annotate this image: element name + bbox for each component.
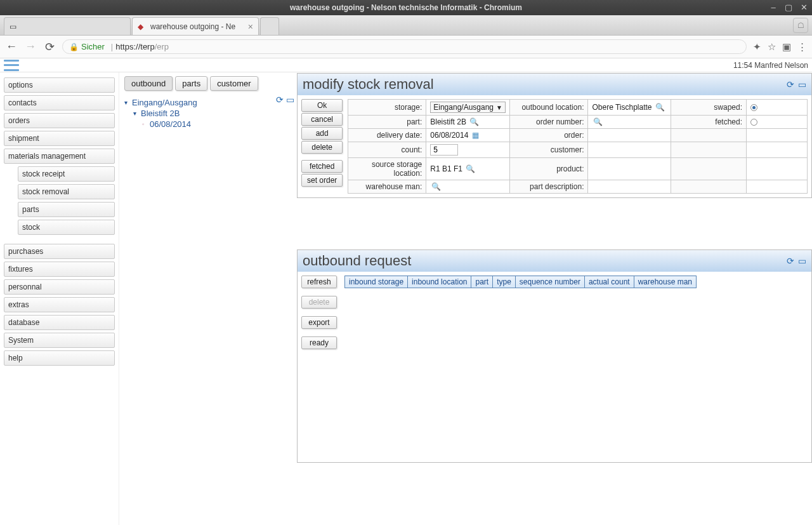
search-icon[interactable]: 🔍 xyxy=(655,103,665,112)
panel-icon[interactable]: ▭ xyxy=(286,95,294,105)
search-icon[interactable]: 🔍 xyxy=(469,117,479,126)
label-part: part: xyxy=(348,116,426,129)
refresh-icon[interactable]: ⟳ xyxy=(787,79,794,90)
panel-outbound-request: outbound request ⟳ ▭ refresh delete expo… xyxy=(297,249,812,463)
tree-node-date[interactable]: ▫06/08/2014 xyxy=(124,119,292,130)
sidebar-item-purchases[interactable]: purchases xyxy=(4,244,115,259)
sidebar-item-contacts[interactable]: contacts xyxy=(4,95,115,110)
delete-button[interactable]: delete xyxy=(301,141,343,154)
ok-button[interactable]: Ok xyxy=(301,99,343,112)
part-value: Bleistift 2B xyxy=(430,117,466,126)
sidebar-subitem-parts[interactable]: parts xyxy=(18,202,115,217)
sidebar-subitem-stock[interactable]: stock xyxy=(18,220,115,235)
col-warehouse-man[interactable]: warehouse man xyxy=(634,276,696,288)
search-icon[interactable]: 🔍 xyxy=(593,117,603,126)
window-close-button[interactable]: ✕ xyxy=(798,1,809,13)
tree-node-root[interactable]: ▾Eingang/Ausgang xyxy=(124,97,292,108)
sidebar-subitem-stock-removal[interactable]: stock removal xyxy=(18,184,115,199)
count-input[interactable] xyxy=(430,144,458,156)
export-button[interactable]: export xyxy=(301,316,337,329)
sidebar-item-system[interactable]: System xyxy=(4,333,115,348)
tab-close-icon[interactable]: × xyxy=(248,22,253,32)
sidebar-item-orders[interactable]: orders xyxy=(4,113,115,128)
sidebar-item-extras[interactable]: extras xyxy=(4,297,115,312)
forward-button[interactable]: → xyxy=(24,40,37,53)
address-bar[interactable]: 🔒 Sicher | https://terp/erp xyxy=(62,39,747,54)
panel-title: outbound request xyxy=(303,253,411,269)
tab-label: warehouse outgoing - Ne xyxy=(150,22,244,31)
tab-customer[interactable]: customer xyxy=(210,76,258,91)
col-inbound-location[interactable]: inbound location xyxy=(408,276,471,288)
sidebar-item-personnal[interactable]: personnal xyxy=(4,279,115,295)
browser-toolbar: ← → ⟳ 🔒 Sicher | https://terp/erp ✦ ☆ ▣ … xyxy=(0,36,812,58)
panel-title: modify stock removal xyxy=(303,76,434,93)
col-actual-count[interactable]: actual count xyxy=(584,276,634,288)
sidebar-item-fixtures[interactable]: fixtures xyxy=(4,262,115,277)
col-sequence-number[interactable]: sequence number xyxy=(515,276,584,288)
label-fetched: fetched: xyxy=(671,116,746,129)
tab-parts[interactable]: parts xyxy=(175,76,207,91)
ready-button[interactable]: ready xyxy=(301,336,337,349)
refresh-icon[interactable]: ⟳ xyxy=(276,95,284,105)
set-order-button[interactable]: set order xyxy=(301,174,343,187)
label-part-description: part description: xyxy=(509,180,588,194)
label-order: order: xyxy=(509,129,588,142)
storage-dropdown[interactable]: Eingang/Ausgang▼ xyxy=(430,102,506,113)
refresh-icon[interactable]: ⟳ xyxy=(787,256,794,266)
source-location-value: R1 B1 F1 xyxy=(430,164,462,173)
label-swaped: swaped: xyxy=(671,100,746,116)
delivery-date-value: 06/08/2014 xyxy=(430,131,468,140)
collapse-icon[interactable]: ▭ xyxy=(798,256,806,266)
label-outbound-location: outbound location: xyxy=(509,100,588,116)
sidebar-item-database[interactable]: database xyxy=(4,315,115,330)
center-column: outbound parts customer ⟳ ▭ ▾Eingang/Aus… xyxy=(119,72,297,525)
translate-icon[interactable]: ✦ xyxy=(753,41,761,53)
right-column: modify stock removal ⟳ ▭ Ok cancel add d… xyxy=(297,72,812,525)
swaped-radio[interactable] xyxy=(750,104,757,111)
outbound-location-value: Obere Tischplatte xyxy=(592,103,652,112)
fetched-radio[interactable] xyxy=(750,119,757,126)
immersive-icon[interactable]: ▣ xyxy=(782,41,791,53)
back-button[interactable]: ← xyxy=(5,40,18,53)
tree-view: ⟳ ▭ ▾Eingang/Ausgang ▾Bleistift 2B ▫06/0… xyxy=(119,91,297,130)
hamburger-menu-icon[interactable] xyxy=(4,60,19,71)
sidebar-item-shipment[interactable]: shipment xyxy=(4,131,115,146)
stock-removal-form: storage: Eingang/Ausgang▼ outbound locat… xyxy=(348,99,808,194)
col-type[interactable]: type xyxy=(493,276,516,288)
tree-node-part[interactable]: ▾Bleistift 2B xyxy=(124,108,292,119)
panel-header-outbound: outbound request ⟳ ▭ xyxy=(298,250,811,272)
app-topbar: 11:54 Manfred Nelson xyxy=(0,58,812,72)
label-order-number: order number: xyxy=(509,116,588,129)
collapse-icon[interactable]: ▭ xyxy=(798,79,806,90)
refresh-button[interactable]: refresh xyxy=(301,276,337,288)
sidebar: options contacts orders shipment materia… xyxy=(0,72,119,525)
search-icon[interactable]: 🔍 xyxy=(431,182,441,191)
add-button[interactable]: add xyxy=(301,127,343,140)
profile-button[interactable]: ☖ xyxy=(793,18,808,33)
window-minimize-button[interactable]: – xyxy=(768,1,779,13)
secure-label: Sicher xyxy=(81,42,105,51)
calendar-icon[interactable]: ▦ xyxy=(472,131,479,140)
browser-tab-active[interactable]: ◆ warehouse outgoing - Ne × xyxy=(132,17,259,35)
reload-button[interactable]: ⟳ xyxy=(43,40,56,54)
label-storage: storage: xyxy=(348,100,426,116)
window-maximize-button[interactable]: ▢ xyxy=(783,1,794,13)
cancel-button[interactable]: cancel xyxy=(301,113,343,126)
new-tab-button[interactable] xyxy=(260,17,279,35)
sidebar-item-help[interactable]: help xyxy=(4,350,115,366)
col-part[interactable]: part xyxy=(471,276,493,288)
panel-modify-stock-removal: modify stock removal ⟳ ▭ Ok cancel add d… xyxy=(297,73,812,198)
bookmark-icon[interactable]: ☆ xyxy=(768,41,776,53)
sidebar-item-options[interactable]: options xyxy=(4,77,115,93)
col-inbound-storage[interactable]: inbound storage xyxy=(345,276,408,288)
fetched-button[interactable]: fetched xyxy=(301,160,343,173)
label-source-storage-location: source storage location: xyxy=(348,158,426,180)
delete-button[interactable]: delete xyxy=(301,296,337,309)
sidebar-item-materials-management[interactable]: materials management xyxy=(4,149,115,164)
search-icon[interactable]: 🔍 xyxy=(466,164,475,173)
sidebar-subitem-stock-receipt[interactable]: stock receipt xyxy=(18,166,115,182)
kebab-menu-icon[interactable]: ⋮ xyxy=(797,41,807,53)
page-icon: ▭ xyxy=(10,22,18,31)
tab-outbound[interactable]: outbound xyxy=(124,76,173,91)
browser-tab-blank[interactable]: ▭ xyxy=(4,17,131,35)
